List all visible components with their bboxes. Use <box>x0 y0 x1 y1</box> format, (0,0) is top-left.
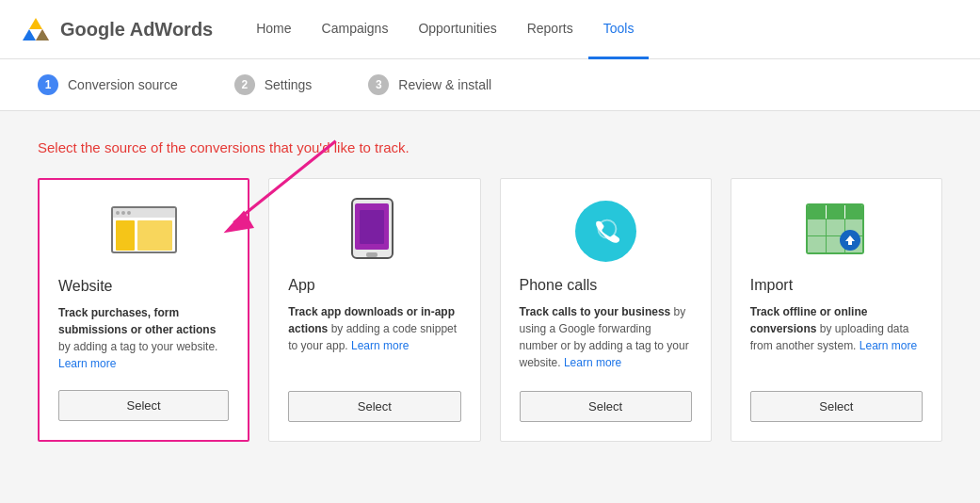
svg-marker-3 <box>29 18 42 29</box>
phone-select-button[interactable]: Select <box>520 391 692 422</box>
nav-home[interactable]: Home <box>241 0 306 59</box>
website-learn-more[interactable]: Learn more <box>58 357 116 370</box>
navbar: Google AdWords Home Campaigns Opportunit… <box>0 0 980 59</box>
app-learn-more[interactable]: Learn more <box>351 339 409 352</box>
step-1: 1 Conversion source <box>38 74 178 95</box>
svg-marker-1 <box>23 29 36 41</box>
website-icon <box>111 206 177 258</box>
card-import-desc: Track offline or online conversions by u… <box>750 303 923 376</box>
import-arrow-icon <box>843 234 857 247</box>
step-2: 2 Settings <box>234 74 313 95</box>
card-phone-title: Phone calls <box>520 277 598 294</box>
card-import-title: Import <box>750 277 793 294</box>
svg-marker-4 <box>36 29 49 41</box>
card-website-title: Website <box>58 278 113 295</box>
phone-svg-icon <box>587 213 623 249</box>
import-icon <box>806 203 867 258</box>
cards-container: Website Track purchases, form submission… <box>38 178 942 442</box>
phone-calls-icon-area <box>520 198 692 264</box>
app-select-button[interactable]: Select <box>288 391 460 422</box>
logo: Google AdWords <box>19 12 213 46</box>
instruction-text: Select the source of the conversions tha… <box>38 139 942 155</box>
card-website[interactable]: Website Track purchases, form submission… <box>38 178 249 442</box>
step-2-label: Settings <box>265 77 313 92</box>
card-phone-desc: Track calls to your business by using a … <box>520 303 692 376</box>
nav-tools[interactable]: Tools <box>588 0 650 59</box>
import-learn-more[interactable]: Learn more <box>860 339 917 352</box>
svg-marker-8 <box>845 235 855 245</box>
nav-reports[interactable]: Reports <box>512 0 588 59</box>
adwords-logo-icon <box>19 12 53 46</box>
website-select-button[interactable]: Select <box>58 390 229 421</box>
step-3: 3 Review & install <box>368 74 491 95</box>
step-3-circle: 3 <box>368 74 389 95</box>
steps-bar: 1 Conversion source 2 Settings 3 Review … <box>0 59 980 111</box>
nav-campaigns[interactable]: Campaigns <box>307 0 404 59</box>
import-icon-area <box>750 198 923 264</box>
main-content: Select the source of the conversions tha… <box>0 111 980 503</box>
nav-opportunities[interactable]: Opportunities <box>403 0 511 59</box>
phone-learn-more[interactable]: Learn more <box>564 356 621 369</box>
step-2-circle: 2 <box>234 74 255 95</box>
step-1-label: Conversion source <box>68 77 178 92</box>
card-app[interactable]: App Track app downloads or in-app action… <box>268 178 480 442</box>
app-icon-area <box>288 198 460 264</box>
step-1-circle: 1 <box>38 74 58 95</box>
import-select-button[interactable]: Select <box>750 391 923 422</box>
phone-call-icon <box>575 201 636 262</box>
card-app-desc: Track app downloads or in-app actions by… <box>288 303 460 376</box>
card-website-desc: Track purchases, form submissions or oth… <box>58 304 229 375</box>
card-import[interactable]: Import Track offline or online conversio… <box>731 178 942 442</box>
step-3-label: Review & install <box>398 77 491 92</box>
app-icon <box>351 198 398 264</box>
nav-links: Home Campaigns Opportunities Reports Too… <box>241 0 649 59</box>
card-phone-calls[interactable]: Phone calls Track calls to your business… <box>500 178 712 442</box>
logo-text: Google AdWords <box>60 19 213 41</box>
card-app-title: App <box>288 277 314 294</box>
website-icon-area <box>58 199 229 265</box>
